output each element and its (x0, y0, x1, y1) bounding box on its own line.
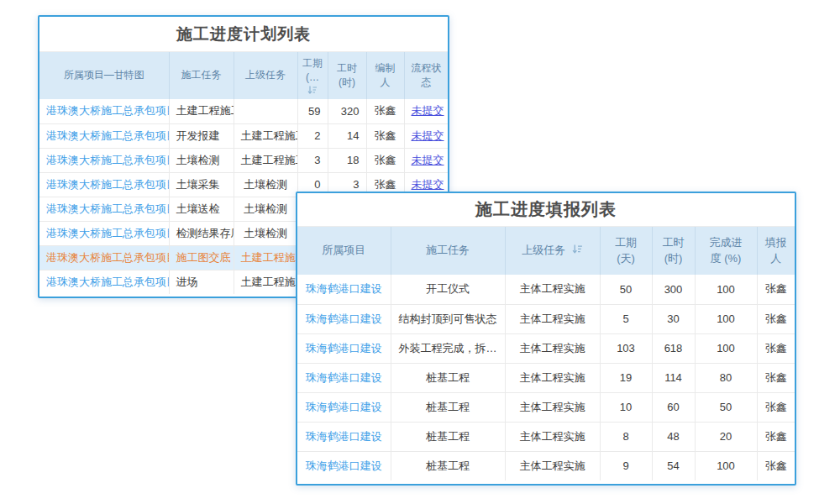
project-link[interactable]: 港珠澳大桥施工总承包项目 (46, 202, 169, 215)
cell-parent: 土建工程施工 (234, 148, 297, 172)
project-link[interactable]: 港珠澳大桥施工总承包项目 (46, 178, 169, 191)
status-link[interactable]: 未提交 (412, 129, 444, 142)
cell-text: 土壤检测 (244, 227, 287, 239)
cell-text: 100 (717, 312, 735, 325)
cell-project: 珠海鹤港口建设 (297, 363, 391, 392)
project-link[interactable]: 珠海鹤港口建设 (306, 459, 382, 472)
cell-project: 珠海鹤港口建设 (297, 422, 391, 451)
col-header-label: 所属项目—甘特图 (64, 69, 144, 81)
cell-text: 土建工程施工 (241, 129, 298, 142)
cell-status: 未提交 (404, 99, 448, 123)
cell-task: 施工图交底 (169, 245, 234, 270)
table-row[interactable]: 珠海鹤港口建设桩基工程主体工程实施1911480张鑫 (297, 363, 795, 392)
project-link[interactable]: 港珠澳大桥施工总承包项目 (46, 154, 169, 166)
cell-hours: 300 (652, 275, 695, 304)
cell-hours: 60 (652, 392, 695, 422)
project-link[interactable]: 港珠澳大桥施工总承包项目 (46, 227, 169, 239)
col-header-label: 填报人 (765, 236, 787, 265)
cell-parent: 土壤检测 (234, 197, 297, 221)
cell-text: 18 (347, 154, 359, 166)
page-title: 施工进度计划列表 (39, 17, 448, 52)
status-link[interactable]: 未提交 (412, 178, 444, 191)
cell-progress: 100 (695, 275, 757, 304)
status-link[interactable]: 未提交 (412, 154, 444, 166)
project-link[interactable]: 珠海鹤港口建设 (306, 282, 382, 295)
cell-text: 14 (347, 129, 359, 142)
cell-hours: 114 (652, 363, 695, 392)
col-header-parent-task[interactable]: 上级任务 (505, 227, 600, 275)
cell-hours: 48 (652, 422, 695, 451)
cell-text: 9 (622, 459, 628, 472)
project-link[interactable]: 珠海鹤港口建设 (306, 371, 382, 384)
col-header-author: 编制 人 (366, 52, 404, 99)
cell-parent: 土壤检测 (234, 221, 297, 245)
cell-hours: 320 (328, 99, 366, 123)
cell-text: 59 (308, 105, 320, 118)
table-row[interactable]: 珠海鹤港口建设开工仪式主体工程实施50300100张鑫 (297, 275, 795, 304)
table-row[interactable]: 珠海鹤港口建设结构封顶到可售状态主体工程实施530100张鑫 (297, 304, 795, 333)
cell-text: 土壤采集 (176, 178, 220, 191)
cell-text: 桩基工程 (426, 371, 470, 384)
cell-text: 50 (620, 283, 632, 296)
cell-parent: 主体工程实施 (505, 392, 600, 422)
cell-text: 土建工程施工 (176, 104, 234, 117)
col-header-label: 施工任务 (181, 69, 222, 81)
cell-progress: 50 (695, 392, 757, 422)
sort-icon[interactable] (307, 86, 318, 95)
project-link[interactable]: 港珠澳大桥施工总承包项目 (46, 251, 169, 264)
cell-text: 主体工程实施 (520, 342, 585, 354)
table-row[interactable]: 港珠澳大桥施工总承包项目开发报建土建工程施工214张鑫未提交 (39, 123, 448, 148)
status-link[interactable]: 未提交 (412, 104, 444, 117)
cell-text: 48 (667, 430, 679, 443)
cell-text: 进场 (176, 276, 198, 288)
col-header-label: 上级任务 (245, 69, 286, 81)
project-link[interactable]: 珠海鹤港口建设 (306, 401, 382, 413)
project-link[interactable]: 港珠澳大桥施工总承包项目 (46, 104, 169, 117)
col-header-label: 完成进 度 (%) (710, 236, 743, 265)
project-link[interactable]: 港珠澳大桥施工总承包项目 (46, 276, 169, 288)
cell-author: 张鑫 (366, 148, 404, 172)
cell-text: 主体工程实施 (520, 312, 585, 325)
col-header-reporter: 填报人 (757, 227, 795, 275)
col-header-duration[interactable]: 工期 (… (297, 52, 328, 99)
table-row[interactable]: 珠海鹤港口建设桩基工程主体工程实施84820张鑫 (297, 422, 795, 451)
cell-text: 50 (720, 401, 732, 413)
col-header-flow-status: 流程状 态 (404, 52, 448, 99)
cell-task: 桩基工程 (391, 451, 505, 480)
table-row[interactable]: 港珠澳大桥施工总承包项目土建工程施工59320张鑫未提交 (39, 99, 448, 123)
cell-parent: 土建工程施工 (234, 270, 297, 294)
cell-text: 张鑫 (765, 342, 787, 354)
cell-text: 土壤检测 (244, 178, 287, 191)
table-row[interactable]: 珠海鹤港口建设桩基工程主体工程实施954100张鑫 (297, 451, 795, 480)
cell-status: 未提交 (404, 148, 448, 172)
cell-text: 320 (341, 105, 360, 118)
cell-text: 60 (667, 401, 679, 413)
cell-reporter: 张鑫 (757, 451, 795, 480)
project-link[interactable]: 珠海鹤港口建设 (306, 342, 382, 354)
cell-task: 结构封顶到可售状态 (391, 304, 505, 333)
table-row[interactable]: 港珠澳大桥施工总承包项目土壤检测土建工程施工318张鑫未提交 (39, 148, 448, 172)
cell-duration: 19 (600, 363, 652, 392)
table-row[interactable]: 珠海鹤港口建设外装工程完成，拆…主体工程实施103618100张鑫 (297, 333, 795, 363)
cell-text: 张鑫 (375, 104, 396, 117)
cell-text: 主体工程实施 (520, 459, 585, 472)
cell-text: 54 (667, 459, 679, 472)
table-row[interactable]: 珠海鹤港口建设桩基工程主体工程实施106050张鑫 (297, 392, 795, 422)
cell-reporter: 张鑫 (757, 392, 795, 422)
project-link[interactable]: 港珠澳大桥施工总承包项目 (46, 129, 169, 142)
cell-text: 114 (664, 371, 682, 384)
cell-text: 土建工程施工 (241, 276, 298, 288)
cell-project: 港珠澳大桥施工总承包项目 (39, 172, 169, 197)
project-link[interactable]: 珠海鹤港口建设 (306, 430, 382, 443)
cell-text: 0 (314, 178, 320, 191)
project-link[interactable]: 珠海鹤港口建设 (306, 312, 382, 325)
cell-text: 20 (720, 430, 732, 443)
cell-project: 港珠澳大桥施工总承包项目 (39, 148, 169, 172)
cell-text: 100 (717, 342, 735, 354)
cell-reporter: 张鑫 (757, 422, 795, 451)
cell-duration: 5 (600, 304, 652, 333)
cell-text: 张鑫 (375, 154, 396, 166)
cell-text: 张鑫 (765, 371, 787, 384)
sort-icon[interactable] (572, 244, 583, 255)
page-title: 施工进度填报列表 (297, 193, 795, 227)
